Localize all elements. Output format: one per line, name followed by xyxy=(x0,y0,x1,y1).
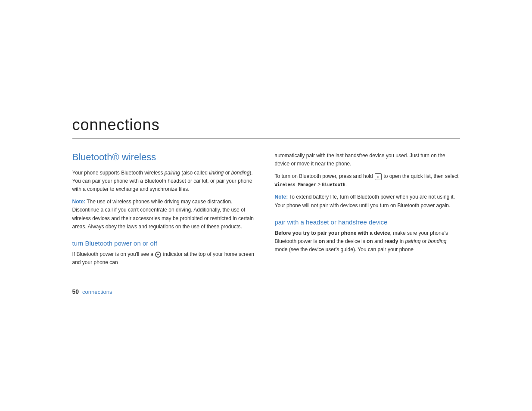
pair-bold-before: Before you try to pair your phone with a… xyxy=(275,230,390,236)
intro-text1: Your phone supports Bluetooth wireless xyxy=(72,170,165,176)
footer-section-label: connections xyxy=(82,289,112,295)
intro-italic2: linking xyxy=(209,170,224,176)
content-columns: Bluetooth® wireless Your phone supports … xyxy=(72,152,460,271)
intro-text2: (also called xyxy=(180,170,209,176)
note2-label: Note: xyxy=(275,194,288,200)
arrow-label: > xyxy=(316,181,322,187)
section-divider xyxy=(72,138,460,139)
page-title: connections xyxy=(72,116,460,134)
bluetooth-label: Bluetooth xyxy=(322,182,345,187)
intro-paragraph: Your phone supports Bluetooth wireless p… xyxy=(72,169,258,194)
pair-text5: or xyxy=(420,238,428,244)
pair-on2: on xyxy=(367,238,373,244)
note2-text: To extend battery life, turn off Bluetoo… xyxy=(275,194,455,208)
pair-on1: on xyxy=(319,238,325,244)
right-text2-pre: To turn on Bluetooth power, press and ho… xyxy=(275,173,375,179)
pair-text2: and the device is xyxy=(325,238,367,244)
pair-italic1: pairing xyxy=(405,238,420,244)
pair-paragraph: Before you try to pair your phone with a… xyxy=(275,229,460,254)
intro-text3: or xyxy=(224,170,231,176)
footer-page-number: 50 xyxy=(72,288,79,295)
right-para2: To turn on Bluetooth power, press and ho… xyxy=(275,172,460,189)
pair-text4: in xyxy=(398,238,405,244)
right-text2-end: . xyxy=(345,181,347,187)
note-text: The use of wireless phones while driving… xyxy=(72,199,254,230)
bluetooth-indicator-icon xyxy=(155,252,161,258)
subsection-text1: If Bluetooth power is on you'll see a xyxy=(72,251,155,257)
pair-text6: mode (see the device user's guide). You … xyxy=(275,246,414,252)
note-label: Note: xyxy=(72,199,86,205)
left-column: Bluetooth® wireless Your phone supports … xyxy=(72,152,258,271)
note-paragraph: Note: The use of wireless phones while d… xyxy=(72,198,258,231)
intro-italic3: bonding xyxy=(231,170,250,176)
pair-italic2: bonding xyxy=(428,238,447,244)
subsection-paragraph: If Bluetooth power is on you'll see a in… xyxy=(72,250,258,267)
home-key-icon: ⌂ xyxy=(375,173,382,180)
note2-paragraph: Note: To extend battery life, turn off B… xyxy=(275,193,460,209)
footer-row: 50 connections xyxy=(72,284,460,295)
pair-ready: ready xyxy=(384,238,398,244)
right-column: automatically pair with the last handsfr… xyxy=(275,152,460,271)
right-para1: automatically pair with the last handsfr… xyxy=(275,152,460,168)
turn-bluetooth-subsection-title: turn Bluetooth power on or off xyxy=(72,240,258,247)
intro-italic1: pairing xyxy=(165,170,180,176)
wireless-manager-label: Wireless Manager xyxy=(275,182,316,187)
pair-section-title: pair with a headset or handsfree device xyxy=(275,218,460,226)
bluetooth-section-title: Bluetooth® wireless xyxy=(72,152,258,163)
page-container: connections Bluetooth® wireless Your pho… xyxy=(72,90,460,321)
pair-text3: and xyxy=(373,238,385,244)
right-text2-post: to open the quick list, then select xyxy=(382,173,458,179)
